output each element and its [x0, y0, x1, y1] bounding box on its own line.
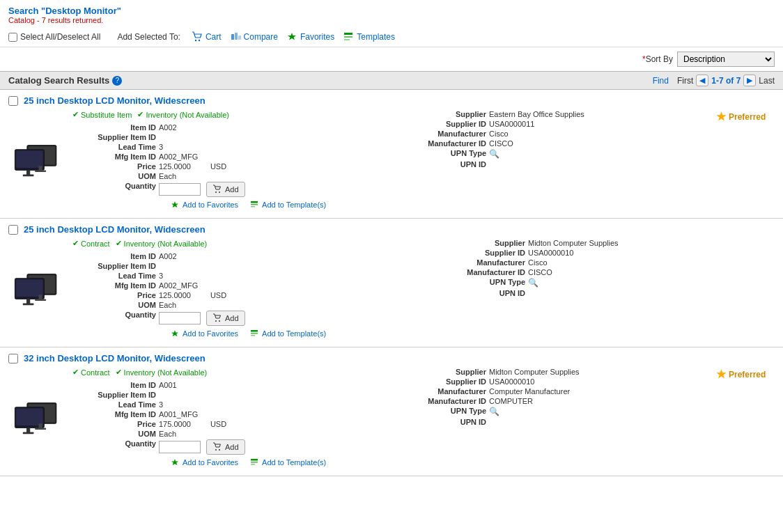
fav-template-row-3: Add to Favorites Add to Template(s)	[170, 457, 373, 467]
svg-rect-29	[251, 462, 258, 463]
favorites-add-icon	[170, 329, 180, 338]
item-body-3: ✔ Contract ✔ Inventory (Not Available) I…	[8, 368, 775, 467]
item-checkbox-3[interactable]	[8, 354, 18, 363]
supplier-section-3: Supplier Midton Computer Supplies Suppli…	[382, 368, 697, 467]
item-image-2	[8, 239, 64, 338]
add-button-1[interactable]: Add	[206, 182, 245, 197]
item-block-2: 25 inch Desktop LCD Monitor, Widescreen …	[0, 219, 783, 347]
last-label: Last	[759, 76, 775, 86]
supplier-section-1: Supplier Eastern Bay Office Supplies Sup…	[382, 110, 697, 210]
find-link[interactable]: Find	[653, 76, 669, 86]
svg-point-27	[219, 449, 220, 451]
star-icon-3: ★	[716, 368, 726, 381]
sort-label: *Sort By	[642, 54, 673, 64]
star-icon-1: ★	[716, 110, 726, 123]
item-body-1: ✔ Substitute Item ✔ Inventory (Not Avail…	[8, 110, 775, 210]
preferred-label-1: Preferred	[729, 112, 766, 122]
page-info: 1-7 of 7	[711, 76, 741, 86]
badge2-2: ✔ Inventory (Not Available)	[116, 239, 208, 248]
svg-rect-30	[251, 464, 255, 465]
next-page-button[interactable]: ▶	[743, 75, 756, 86]
item-title-1[interactable]: 25 inch Desktop LCD Monitor, Widescreen	[24, 95, 206, 106]
first-label: First	[677, 76, 693, 86]
search-title: Search "Desktop Monitor"	[8, 6, 775, 16]
select-all-checkbox[interactable]	[8, 33, 17, 42]
help-icon[interactable]: ?	[112, 76, 122, 86]
add-to-favorites-3[interactable]: Add to Favorites	[170, 457, 238, 467]
svg-point-26	[215, 449, 217, 451]
add-to-favorites-1[interactable]: Add to Favorites	[170, 200, 238, 210]
item-badges-3: ✔ Contract ✔ Inventory (Not Available)	[72, 368, 373, 377]
add-to-templates-2[interactable]: Add to Template(s)	[249, 329, 326, 338]
cart-button[interactable]: Cart	[192, 31, 222, 42]
svg-rect-19	[251, 204, 258, 205]
badge2-1: ✔ Inventory (Not Available)	[137, 110, 229, 119]
toolbar: Select All/Deselect All Add Selected To:…	[0, 27, 783, 47]
badge1-2: ✔ Contract	[72, 239, 110, 248]
svg-rect-25	[251, 335, 255, 336]
item-badges-2: ✔ Contract ✔ Inventory (Not Available)	[72, 239, 412, 248]
fields-grid-3: Item ID A001 Supplier Item ID Lead Time …	[72, 381, 373, 455]
supplier-grid-1: Supplier Eastern Bay Office Supplies Sup…	[396, 110, 697, 169]
cart-small-icon	[212, 442, 222, 452]
select-all-label[interactable]: Select All/Deselect All	[8, 32, 100, 42]
svg-point-17	[219, 191, 220, 193]
svg-rect-20	[251, 206, 255, 208]
item-details-3: ✔ Contract ✔ Inventory (Not Available) I…	[72, 368, 373, 467]
qty-input-1[interactable]	[159, 183, 201, 196]
pagination: Find First ◀ 1-7 of 7 ▶ Last	[653, 75, 775, 86]
svg-rect-15	[344, 39, 350, 40]
compare-button[interactable]: Compare	[230, 31, 278, 42]
add-to-templates-3[interactable]: Add to Template(s)	[249, 457, 326, 467]
prev-page-button[interactable]: ◀	[696, 75, 708, 86]
svg-rect-10	[231, 34, 234, 40]
cart-small-icon	[212, 185, 222, 194]
svg-rect-23	[251, 330, 258, 332]
svg-point-21	[215, 320, 217, 322]
templates-add-icon	[249, 329, 259, 338]
cart-small-icon	[212, 313, 222, 323]
add-selected-label: Add Selected To:	[117, 32, 180, 42]
fav-template-row-1: Add to Favorites Add to Template(s)	[170, 200, 373, 210]
upn-search-2[interactable]: 🔍	[528, 278, 538, 288]
item-title-2[interactable]: 25 inch Desktop LCD Monitor, Widescreen	[24, 224, 206, 235]
page-header: Search "Desktop Monitor" Catalog - 7 res…	[0, 0, 783, 27]
svg-rect-12	[238, 36, 241, 40]
supplier-grid-3: Supplier Midton Computer Supplies Suppli…	[396, 368, 697, 426]
svg-rect-13	[344, 33, 352, 35]
fields-grid-1: Item ID A002 Supplier Item ID Lead Time …	[72, 123, 373, 197]
results-header: Catalog Search Results ? Find First ◀ 1-…	[0, 71, 783, 90]
item-header-3: 32 inch Desktop LCD Monitor, Widescreen	[8, 353, 775, 363]
favorites-button[interactable]: Favorites	[286, 31, 334, 42]
compare-icon	[230, 31, 241, 42]
preferred-badge-3: ★ Preferred	[705, 368, 775, 381]
upn-search-1[interactable]: 🔍	[489, 149, 499, 159]
add-to-templates-1[interactable]: Add to Template(s)	[249, 200, 326, 210]
add-button-2[interactable]: Add	[206, 311, 245, 326]
templates-icon	[343, 31, 354, 42]
templates-add-icon	[249, 200, 259, 210]
preferred-badge-1: ★ Preferred	[705, 110, 775, 123]
svg-point-8	[195, 40, 196, 41]
svg-rect-14	[344, 36, 352, 38]
svg-rect-18	[251, 201, 258, 203]
item-checkbox-2[interactable]	[8, 225, 18, 235]
item-checkbox-1[interactable]	[8, 96, 18, 106]
qty-input-3[interactable]	[159, 441, 201, 453]
preferred-label-3: Preferred	[729, 370, 766, 380]
add-to-favorites-2[interactable]: Add to Favorites	[170, 329, 238, 338]
sort-bar: *Sort By Description Price Item ID Suppl…	[0, 47, 783, 71]
add-button-3[interactable]: Add	[206, 439, 245, 455]
sort-select[interactable]: Description Price Item ID Supplier	[677, 52, 775, 67]
templates-button[interactable]: Templates	[343, 31, 395, 42]
item-body-2: ✔ Contract ✔ Inventory (Not Available) I…	[8, 239, 775, 338]
fields-grid-2: Item ID A002 Supplier Item ID Lead Time …	[72, 252, 412, 326]
svg-rect-24	[251, 333, 258, 334]
item-image-1	[8, 110, 64, 210]
badge1-1: ✔ Substitute Item	[72, 110, 132, 119]
item-title-3[interactable]: 32 inch Desktop LCD Monitor, Widescreen	[24, 353, 206, 363]
qty-input-2[interactable]	[159, 312, 201, 324]
upn-search-3[interactable]: 🔍	[489, 407, 499, 416]
item-image-3	[8, 368, 64, 467]
item-block-3: 32 inch Desktop LCD Monitor, Widescreen …	[0, 347, 783, 476]
